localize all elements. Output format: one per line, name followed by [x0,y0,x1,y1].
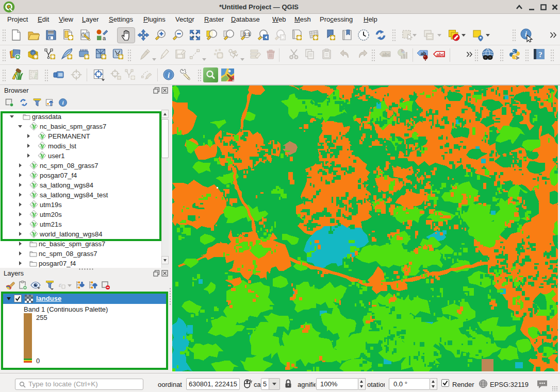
svg-text:?: ? [538,50,542,59]
svg-text:1:1: 1:1 [243,31,250,37]
svg-text:ε: ε [59,281,62,288]
svg-text:abc: abc [436,52,444,57]
svg-text:abc: abc [382,52,390,57]
svg-text:a: a [103,35,106,41]
